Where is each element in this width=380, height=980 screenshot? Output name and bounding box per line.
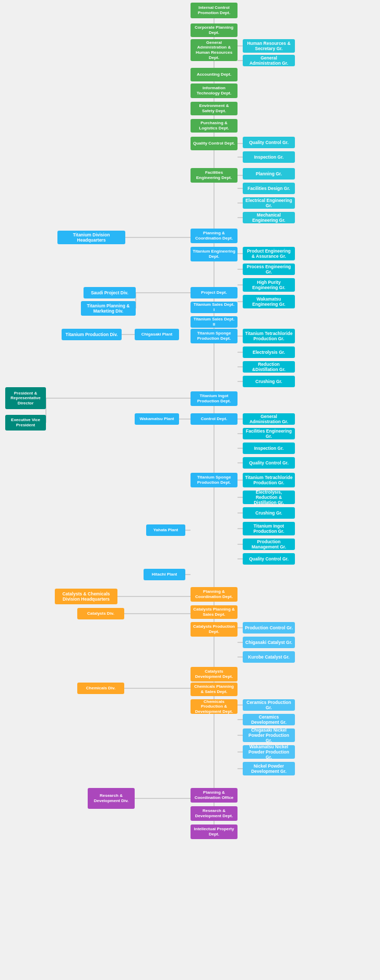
hitachi-plant: Hitachi Plant — [144, 569, 185, 580]
high-purity-eng: High Purity Engineering Gr. — [243, 278, 295, 292]
saudi-project: Saudi Project Div. — [84, 287, 136, 298]
purchasing: Purchasing & Logistics Dept. — [191, 119, 238, 133]
kurobe-catalyst-gr: Kurobe Catalyst Gr. — [243, 651, 295, 663]
chigasaki-nickel-gr: Chigasaki Nickel Powder Production Gr. — [243, 728, 295, 742]
wakamatsu-plant: Wakamatsu Plant — [135, 413, 179, 425]
facilities-eng-gr: Facilities Engineering Gr. — [243, 428, 295, 439]
titanium-sales-2: Titanium Sales Dept. II — [191, 316, 238, 328]
org-chart: Internal Control Promotion Dept.Corporat… — [0, 0, 380, 10]
intellectual-property: Intellectual Property Dept. — [191, 824, 238, 839]
planning-gr: Planning Gr. — [243, 168, 295, 180]
env-safety: Environment & Safety Dept. — [191, 102, 238, 115]
titanium-tetrachloride-gr: Titanium Tetrachloride Production Gr. — [243, 329, 295, 343]
production-mgmt-gr: Production Management Gr. — [243, 539, 295, 550]
titanium-sales-1: Titanium Sales Dept. I — [191, 302, 238, 313]
quality-control-gr: Quality Control Gr. — [243, 137, 295, 148]
general-admin-gr2: General Administration Gr. — [243, 413, 295, 425]
wakamatsu-nickel-gr: Wakamatsu Nickel Powder Production Gr. — [243, 745, 295, 759]
catalysts-planning-sales: Catalysts Planning & Sales Dept. — [191, 605, 238, 619]
crushing-gr: Crushing Gr. — [243, 376, 295, 387]
it: Information Technology Dept. — [191, 83, 238, 98]
reduction-distillation-gr: Reduction &Distillation Gr. — [243, 361, 295, 373]
chemicals-div: Chemicals Div. — [77, 683, 124, 694]
chemicals-production-dev: Chemicals Production & Development Dept. — [191, 699, 238, 714]
internal-control: Internal Control Promotion Dept. — [191, 3, 238, 18]
titanium-eng-dept: Titanium Engineering Dept. — [191, 247, 238, 261]
rd-div: Research & Development Div. — [88, 788, 135, 809]
titanium-ingot-dept2: Titanium Ingot Production Gr. — [243, 522, 295, 535]
wakamatsu-eng-gr: Wakamatsu Engineering Gr. — [243, 295, 295, 308]
general-admin-gr: General Administration Gr. — [243, 55, 295, 66]
production-control-gr: Production Control Gr. — [243, 622, 295, 634]
titanium-production: Titanium Production Div. — [62, 329, 122, 340]
product-eng-assurance: Product Engineering & Assurance Gr. — [243, 247, 295, 260]
exec-vp: Executive Vice President — [5, 415, 46, 431]
titanium-planning: Titanium Planning & Marketing Div. — [81, 301, 136, 316]
control-dept: Control Dept. — [191, 413, 238, 425]
electrical-gr: Electrical Engineering Gr. — [243, 197, 295, 209]
connector-lines — [0, 0, 380, 980]
mechanical-gr: Mechanical Engineering Gr. — [243, 212, 295, 223]
catalysts-div: Catalysts Div. — [77, 608, 124, 619]
planning-coord-office: Planning & Coordination Office — [191, 788, 238, 803]
accounting: Accounting Dept. — [191, 68, 238, 81]
titanium-sponge-dept: Titanium Sponge Production Dept. — [191, 329, 238, 343]
president: President & Representative Director — [5, 387, 46, 409]
titanium-tetrachloride-gr2: Titanium Tetrachloride Production Gr. — [243, 473, 295, 487]
general-admin-hr: General Administration & Human Resources… — [191, 39, 238, 61]
titanium-div-hq: Titanium Division Headquarters — [57, 231, 125, 244]
titanium-sponge-dept2: Titanium Sponge Production Dept. — [191, 473, 238, 487]
quality-control-gr2: Quality Control Gr. — [243, 457, 295, 469]
hr-secretary: Human Resources & Secretary Gr. — [243, 39, 295, 53]
catalysts-div-hq: Catalysts & Chemicals Division Headquart… — [55, 589, 117, 604]
ceramics-production-gr: Ceramics Production Gr. — [243, 699, 295, 711]
chigasaki-catalyst-gr: Chigasaki Catalyst Gr. — [243, 637, 295, 648]
electrolysis-reduction-gr: Electrolysis, Reduction & Distillation G… — [243, 491, 295, 504]
process-eng-gr: Process Engineering Gr. — [243, 264, 295, 275]
inspection-gr: Inspection Gr. — [243, 151, 295, 163]
quality-control-gr3: Quality Control Gr. — [243, 553, 295, 565]
chemicals-planning-sales: Chemicals Planning & Sales Dept. — [191, 683, 238, 696]
ceramics-development-gr: Ceramics Development Gr. — [243, 714, 295, 725]
quality-control-dept: Quality Control Dept. — [191, 137, 238, 150]
facilities-design-gr: Facilities Design Gr. — [243, 183, 295, 194]
titanium-ingot-dept: Titanium Ingot Production Dept. — [191, 391, 238, 406]
nickel-powder-dev-gr: Nickel Powder Development Gr. — [243, 762, 295, 775]
planning-coord-dept: Planning & Coordination Dept. — [191, 229, 238, 243]
yahata-plant: Yahata Plant — [146, 524, 185, 536]
chigasaki-plant: Chigasaki Plant — [135, 329, 179, 340]
electrolysis-gr: Electrolysis Gr. — [243, 346, 295, 358]
catalysts-development: Catalysts Development Dept. — [191, 667, 238, 682]
catalysts-production: Catalysts Production Dept. — [191, 622, 238, 637]
facilities-engineering: Facilities Engineering Dept. — [191, 168, 238, 183]
inspection-gr2: Inspection Gr. — [243, 443, 295, 454]
planning-coord-dept2: Planning & Coordination Dept. — [191, 587, 238, 602]
rd-dept: Research & Development Dept. — [191, 806, 238, 821]
project-dept: Project Dept. — [191, 287, 238, 298]
corporate-planning: Corporate Planning Dept. — [191, 23, 238, 37]
crushing-gr2: Crushing Gr. — [243, 507, 295, 519]
